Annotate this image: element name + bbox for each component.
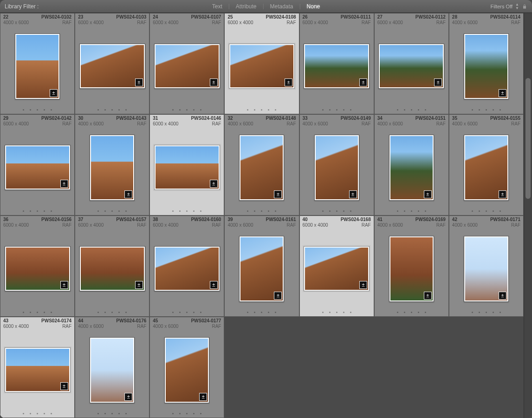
thumbnail-frame[interactable] <box>375 128 448 207</box>
thumbnail-cell[interactable]: 45PWS024-0177 4000 x 6000RAF <box>149 317 224 418</box>
exposure-badge-icon[interactable] <box>349 190 357 198</box>
thumbnail-image-wrapper[interactable] <box>79 246 145 291</box>
rating-dots[interactable] <box>0 207 74 215</box>
exposure-badge-icon[interactable] <box>424 292 432 300</box>
thumbnail-image[interactable] <box>390 136 433 199</box>
thumbnail-frame[interactable] <box>300 27 374 105</box>
thumbnail-cell[interactable]: 39PWS024-0161 4000 x 6000RAF <box>224 216 299 317</box>
thumbnail-cell[interactable]: 35PWS024-0155 4000 x 6000RAF <box>449 114 524 216</box>
thumbnail-frame[interactable] <box>300 128 374 207</box>
rating-dots[interactable] <box>375 207 448 215</box>
rating-dots[interactable] <box>375 105 448 114</box>
filter-tab-text[interactable]: Text <box>208 2 227 11</box>
rating-dots[interactable] <box>375 308 448 316</box>
thumbnail-image-wrapper[interactable] <box>154 145 220 190</box>
filter-tab-attribute[interactable]: Attribute <box>231 2 261 11</box>
thumbnail-frame[interactable] <box>225 128 298 207</box>
thumbnail-image[interactable] <box>6 349 69 391</box>
thumbnail-frame[interactable] <box>0 331 74 409</box>
exposure-badge-icon[interactable] <box>60 281 68 289</box>
exposure-badge-icon[interactable] <box>210 180 218 188</box>
thumbnail-cell[interactable]: 22PWS024-0102 4000 x 6000RAF <box>0 13 75 114</box>
rating-dots[interactable] <box>225 207 298 215</box>
exposure-badge-icon[interactable] <box>499 292 506 300</box>
thumbnail-cell[interactable]: 40PWS024-0168 6000 x 4000RAF <box>299 216 374 317</box>
thumbnail-image-wrapper[interactable] <box>154 246 220 291</box>
thumbnail-image[interactable] <box>156 248 219 290</box>
thumbnail-image-wrapper[interactable] <box>5 347 71 392</box>
thumbnail-frame[interactable] <box>150 331 224 409</box>
rating-dots[interactable] <box>150 207 224 215</box>
thumbnail-image[interactable] <box>316 136 358 199</box>
exposure-badge-icon[interactable] <box>50 89 58 97</box>
scrollbar[interactable] <box>524 13 532 418</box>
thumbnail-frame[interactable] <box>150 128 224 207</box>
rating-dots[interactable] <box>300 308 374 316</box>
thumbnail-image[interactable] <box>6 146 69 189</box>
thumbnail-cell[interactable]: 24PWS024-0107 6000 x 4000RAF <box>149 13 224 114</box>
rating-dots[interactable] <box>449 207 523 215</box>
thumbnail-image-wrapper[interactable] <box>5 145 71 190</box>
thumbnail-frame[interactable] <box>0 27 74 105</box>
rating-dots[interactable] <box>0 409 74 418</box>
thumbnail-frame[interactable] <box>75 331 149 409</box>
rating-dots[interactable] <box>75 105 149 114</box>
thumbnail-image[interactable] <box>16 35 58 98</box>
exposure-badge-icon[interactable] <box>359 78 367 86</box>
scrollbar-thumb[interactable] <box>526 78 531 199</box>
exposure-badge-icon[interactable] <box>499 89 506 97</box>
rating-dots[interactable] <box>449 308 523 316</box>
exposure-badge-icon[interactable] <box>499 190 506 198</box>
thumbnail-cell[interactable]: 38PWS024-0160 6000 x 4000RAF <box>149 216 224 317</box>
thumbnail-cell[interactable]: 36PWS024-0156 6000 x 4000RAF <box>0 216 75 317</box>
thumbnail-image-wrapper[interactable] <box>464 236 509 302</box>
thumbnail-image-wrapper[interactable] <box>389 135 434 201</box>
rating-dots[interactable] <box>75 409 149 418</box>
thumbnail-frame[interactable] <box>75 128 149 207</box>
thumbnail-cell[interactable]: 41PWS024-0169 4000 x 6000RAF <box>374 216 449 317</box>
thumbnail-frame[interactable] <box>449 128 523 207</box>
thumbnail-image-wrapper[interactable] <box>464 135 509 201</box>
rating-dots[interactable] <box>449 105 523 114</box>
thumbnail-image-wrapper[interactable] <box>90 337 135 403</box>
thumbnail-image[interactable] <box>240 136 283 199</box>
exposure-badge-icon[interactable] <box>210 281 218 289</box>
thumbnail-frame[interactable] <box>75 27 149 105</box>
thumbnail-cell[interactable]: 28PWS024-0114 4000 x 6000RAF <box>449 13 524 114</box>
thumbnail-image[interactable] <box>81 248 144 290</box>
filters-off-stepper-icon[interactable]: ▲▼ <box>515 3 519 10</box>
thumbnail-frame[interactable] <box>375 229 448 308</box>
exposure-badge-icon[interactable] <box>434 78 442 86</box>
exposure-badge-icon[interactable] <box>135 78 143 86</box>
exposure-badge-icon[interactable] <box>359 281 367 289</box>
exposure-badge-icon[interactable] <box>424 190 432 198</box>
exposure-badge-icon[interactable] <box>124 393 132 401</box>
rating-dots[interactable] <box>75 207 149 215</box>
thumbnail-image-wrapper[interactable] <box>239 236 284 302</box>
thumbnail-image[interactable] <box>156 45 219 87</box>
thumbnail-image[interactable] <box>91 339 133 402</box>
thumbnail-cell[interactable]: 32PWS024-0148 4000 x 6000RAF <box>224 114 299 216</box>
thumbnail-image-wrapper[interactable] <box>5 246 71 291</box>
thumbnail-image[interactable] <box>305 248 368 290</box>
thumbnail-image-wrapper[interactable] <box>239 135 284 201</box>
exposure-badge-icon[interactable] <box>274 190 282 198</box>
thumbnail-image-wrapper[interactable] <box>79 44 145 89</box>
thumbnail-cell[interactable]: 34PWS024-0151 4000 x 6000RAF <box>374 114 449 216</box>
exposure-badge-icon[interactable] <box>60 382 68 390</box>
thumbnail-cell[interactable]: 27PWS024-0112 6000 x 4000RAF <box>374 13 449 114</box>
thumbnail-cell[interactable]: 43PWS024-0174 6000 x 4000RAF <box>0 317 75 418</box>
thumbnail-cell[interactable]: 30PWS024-0143 4000 x 6000RAF <box>75 114 149 216</box>
thumbnail-image-wrapper[interactable] <box>389 236 434 302</box>
thumbnail-frame[interactable] <box>75 229 149 308</box>
exposure-badge-icon[interactable] <box>210 78 218 86</box>
thumbnail-image-wrapper[interactable] <box>378 44 444 89</box>
thumbnail-image[interactable] <box>166 339 208 402</box>
thumbnail-frame[interactable] <box>225 229 298 308</box>
exposure-badge-icon[interactable] <box>285 78 292 86</box>
thumbnail-frame[interactable] <box>0 128 74 207</box>
thumbnail-image[interactable] <box>240 237 283 300</box>
rating-dots[interactable] <box>300 207 374 215</box>
rating-dots[interactable] <box>0 105 74 114</box>
exposure-badge-icon[interactable] <box>199 393 207 401</box>
